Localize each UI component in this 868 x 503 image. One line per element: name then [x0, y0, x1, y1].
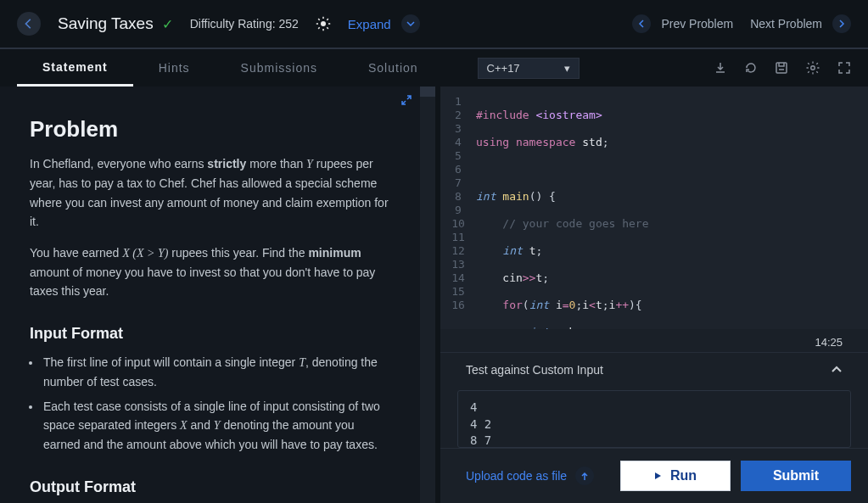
tab-submissions[interactable]: Submissions — [216, 49, 343, 87]
theme-toggle-icon[interactable] — [316, 16, 331, 31]
difficulty-rating: Difficulty Rating: 252 — [190, 17, 299, 31]
list-item: Each test case consists of a single line… — [42, 397, 390, 455]
editor-panel: 12345678910111213141516 #include <iostre… — [440, 87, 868, 503]
main: Problem In Chefland, everyone who earns … — [0, 87, 868, 503]
save-icon[interactable] — [775, 61, 788, 75]
tab-hints[interactable]: Hints — [133, 49, 216, 87]
scrollbar[interactable] — [420, 87, 435, 503]
solved-check-icon: ✓ — [162, 16, 173, 32]
submit-button[interactable]: Submit — [741, 461, 851, 491]
panel-expand-icon[interactable] — [401, 95, 412, 105]
prev-problem-link[interactable]: Prev Problem — [632, 14, 733, 33]
dropdown-caret-icon: ▾ — [564, 62, 570, 75]
chevron-up-icon — [831, 364, 843, 376]
problem-panel: Problem In Chefland, everyone who earns … — [0, 87, 420, 503]
play-icon — [654, 472, 662, 480]
chevron-right-icon — [832, 14, 851, 33]
chevron-left-icon — [632, 14, 651, 33]
svg-line-8 — [327, 19, 328, 20]
problem-heading: Problem — [30, 116, 390, 143]
run-button[interactable]: Run — [620, 461, 731, 491]
input-format-heading: Input Format — [30, 325, 390, 343]
tab-statement[interactable]: Statement — [17, 49, 133, 87]
svg-line-7 — [318, 27, 320, 29]
list-item: The first line of input will contain a s… — [42, 353, 390, 392]
line-gutter: 12345678910111213141516 — [440, 87, 476, 329]
back-button[interactable] — [17, 12, 41, 36]
code-editor[interactable]: 12345678910111213141516 #include <iostre… — [440, 87, 868, 329]
svg-rect-9 — [776, 63, 787, 73]
timer: 14:25 — [440, 329, 868, 352]
svg-point-10 — [811, 66, 815, 70]
header: Saving Taxes ✓ Difficulty Rating: 252 Ex… — [0, 0, 868, 48]
footer: Upload code as file Run Submit — [440, 448, 868, 503]
svg-line-3 — [318, 19, 320, 20]
svg-line-4 — [327, 27, 328, 29]
next-problem-link[interactable]: Next Problem — [750, 14, 851, 33]
tab-solution[interactable]: Solution — [343, 49, 444, 87]
settings-icon[interactable] — [805, 60, 820, 75]
expand-button[interactable]: Expand — [348, 14, 420, 33]
problem-para-2: You have earned X (X > Y) rupees this ye… — [30, 243, 390, 301]
svg-point-0 — [321, 21, 326, 26]
subheader: Statement Hints Submissions Solution C++… — [0, 49, 868, 87]
page-title: Saving Taxes ✓ — [58, 14, 173, 33]
chevron-down-icon — [401, 14, 420, 33]
code-area[interactable]: #include <iostream> using namespace std;… — [476, 87, 662, 329]
upload-code-link[interactable]: Upload code as file — [457, 467, 594, 485]
language-select[interactable]: C++17 ▾ — [478, 58, 580, 79]
editor-toolbar — [714, 60, 851, 75]
problem-para-1: In Chefland, everyone who earns strictly… — [30, 154, 390, 232]
custom-input-toggle[interactable]: Test against Custom Input — [440, 352, 868, 383]
upload-icon — [575, 467, 594, 485]
fullscreen-icon[interactable] — [837, 61, 851, 75]
download-icon[interactable] — [714, 61, 727, 75]
output-format-heading: Output Format — [30, 478, 390, 496]
reset-icon[interactable] — [744, 61, 758, 75]
custom-input-textarea[interactable]: 4 4 2 8 7 — [457, 390, 851, 448]
input-format-list: The first line of input will contain a s… — [42, 353, 390, 455]
